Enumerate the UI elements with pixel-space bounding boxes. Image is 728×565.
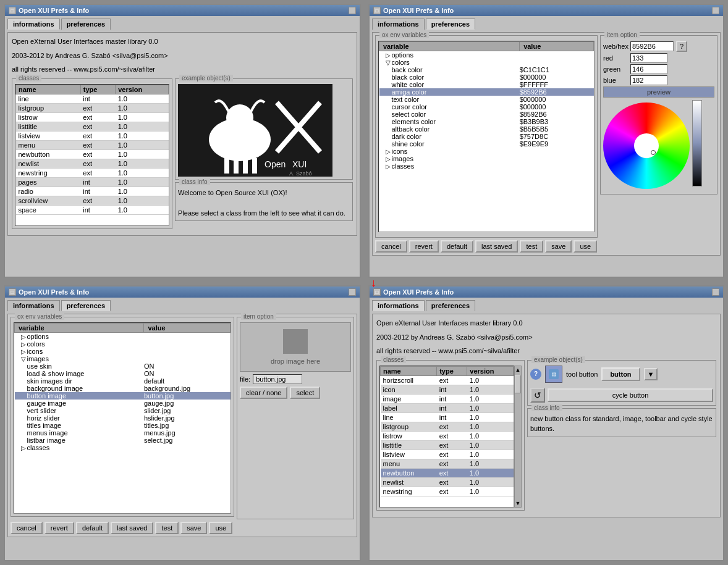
save-btn-bl[interactable]: save [180,522,207,534]
tree-row[interactable]: ▷options [379,51,594,59]
tree-row[interactable]: shine color$E9E9E9 [379,140,594,148]
tree-row[interactable]: ▷icons [379,148,594,155]
table-row[interactable]: iconint1.0 [381,385,514,394]
tree-row[interactable]: amiga color$8592B6 [379,88,594,96]
scrollbar-br[interactable]: ▲ ▼ [514,366,522,508]
tree-row[interactable]: black color$000000 [379,73,594,81]
table-row[interactable]: listtitleext1.0 [16,122,169,131]
tree-row[interactable]: horiz sliderhslider.jpg [15,414,231,422]
tree-row[interactable]: back color$C1C1C1 [379,66,594,73]
table-row[interactable]: newbuttonext1.0 [16,149,169,159]
default-btn-bl[interactable]: default [76,522,109,534]
revert-btn-bl[interactable]: revert [44,522,74,534]
tab-preferences-br[interactable]: preferences [426,300,475,311]
webhex-input[interactable] [630,41,674,51]
tree-row[interactable]: skin images dirdefault [15,377,231,385]
table-row[interactable]: listrowext1.0 [381,431,514,440]
table-row[interactable]: listrowext1.0 [16,112,169,122]
use-btn-bl[interactable]: use [209,522,232,534]
tree-row[interactable]: ▽images [15,355,231,362]
tree-row[interactable]: dark color$757D8C [379,133,594,140]
clear-none-btn[interactable]: clear / none [240,387,287,399]
tab-informations-tr[interactable]: informations [372,19,425,30]
close-btn-tr[interactable] [712,7,719,14]
tree-row[interactable]: select color$8592B6 [379,111,594,118]
demo-button[interactable]: button [601,367,640,381]
blue-input[interactable] [630,75,667,85]
select-btn[interactable]: select [290,387,320,399]
tree-row[interactable]: ▽colors [379,59,594,66]
tab-preferences-tr[interactable]: preferences [426,19,475,30]
cycle-btn[interactable]: cycle button [548,388,713,402]
var-scroll-tr[interactable]: variable value ▷options▽colorsback color… [378,41,595,232]
table-row[interactable]: listtitleext1.0 [381,440,514,450]
color-strip[interactable] [692,100,702,186]
tree-row[interactable]: menus imagemenus.jpg [15,429,231,437]
close-btn-tl[interactable] [349,7,356,14]
dropdown-btn[interactable]: ▼ [644,368,658,380]
tab-informations-tl[interactable]: informations [7,19,60,30]
table-row[interactable]: newstringext1.0 [381,487,514,496]
table-row[interactable]: menuext1.0 [16,140,169,149]
tab-preferences-bl[interactable]: preferences [61,300,111,311]
tree-row[interactable]: ▷options [15,333,231,341]
use-btn-tr[interactable]: use [574,240,597,253]
close-btn-br[interactable] [712,288,719,296]
tree-row[interactable]: white color$FFFFFF [379,81,594,88]
table-row[interactable]: newlistext1.0 [16,159,169,168]
table-row[interactable]: listviewext1.0 [16,131,169,140]
table-row[interactable]: horizscrollext1.0 [381,375,514,385]
tree-row[interactable]: ▷icons [15,348,231,355]
cancel-btn-tr[interactable]: cancel [375,240,407,253]
red-input[interactable] [630,53,667,63]
table-row[interactable]: radioint1.0 [16,186,169,196]
tree-row[interactable]: button imagebutton.jpg [15,392,231,400]
green-input[interactable] [630,64,667,74]
tab-preferences-tl[interactable]: preferences [61,19,111,30]
tree-row[interactable]: ▷classes [379,162,594,170]
tree-row[interactable]: use skinON [15,362,231,370]
table-row[interactable]: menuext1.0 [381,459,514,468]
table-row[interactable]: newstringext1.0 [16,168,169,177]
tree-row[interactable]: ▷classes [15,444,231,451]
tree-row[interactable]: ▷colors [15,340,231,348]
table-row[interactable]: imageint1.0 [381,394,514,403]
tree-row[interactable]: elements color$B3B9B3 [379,118,594,125]
table-row[interactable]: lineint1.0 [16,94,169,103]
tab-informations-bl[interactable]: informations [7,300,60,311]
table-row[interactable]: newbuttonext1.0 [381,468,514,477]
table-row[interactable]: labelint1.0 [381,403,514,412]
tree-row[interactable]: titles imagetitles.jpg [15,422,231,429]
color-wheel[interactable] [603,103,690,189]
test-btn-tr[interactable]: test [520,240,543,253]
table-row[interactable]: listviewext1.0 [381,450,514,459]
classes-scroll-br[interactable]: name type version horizscrollext1.0iconi… [379,366,514,508]
tree-row[interactable]: altback color$B5B5B5 [379,125,594,133]
test-btn-bl[interactable]: test [155,522,179,534]
table-row[interactable]: listgroupext1.0 [381,422,514,431]
classes-scroll-tl[interactable]: name type version lineint1.0listgroupext… [15,84,169,226]
tree-row[interactable]: ▷images [379,155,594,162]
table-row[interactable]: newlistext1.0 [381,477,514,487]
tree-row[interactable]: listbar imageselect.jpg [15,437,231,444]
lastsaved-btn-tr[interactable]: last saved [475,240,518,253]
question-btn[interactable]: ? [676,41,687,52]
close-btn-bl[interactable] [349,288,356,296]
lastsaved-btn-bl[interactable]: last saved [111,522,154,534]
revert-btn-tr[interactable]: revert [409,240,439,253]
cancel-btn-bl[interactable]: cancel [11,522,43,534]
default-btn-tr[interactable]: default [441,240,473,253]
table-row[interactable]: lineint1.0 [381,412,514,422]
table-row[interactable]: listgroupext1.0 [16,103,169,112]
tab-informations-br[interactable]: informations [372,300,425,311]
tree-row[interactable]: load & show imageON [15,370,231,377]
table-row[interactable]: scrollviewext1.0 [16,196,169,205]
color-dot[interactable] [651,150,656,155]
tree-row[interactable]: gauge imagegauge.jpg [15,400,231,407]
table-row[interactable]: pagesint1.0 [16,177,169,186]
drop-zone-bl[interactable]: drop image here [240,322,351,372]
table-row[interactable]: spaceint1.0 [16,205,169,214]
tree-row[interactable]: background imagebackground.jpg [15,385,231,392]
tree-row[interactable]: vert sliderslider.jpg [15,407,231,414]
save-btn-tr[interactable]: save [545,240,572,253]
